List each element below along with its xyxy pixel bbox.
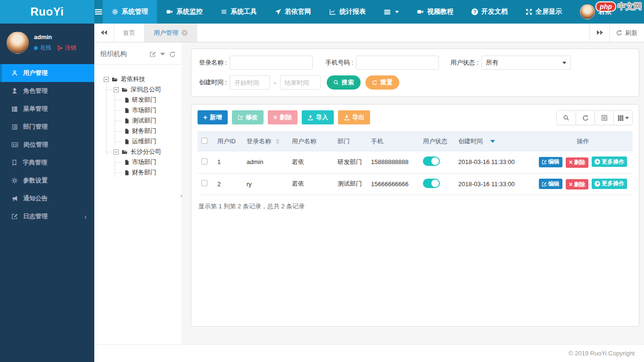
- row-more-button[interactable]: 更多操作: [592, 179, 627, 189]
- row-more-button[interactable]: 更多操作: [592, 156, 627, 167]
- circle-arrow-icon: [594, 181, 600, 187]
- chevron-down-icon[interactable]: [160, 53, 165, 56]
- row-checkbox[interactable]: [201, 180, 207, 186]
- table-row: 1 admin 若依 研发部门 15888888888 2018-03-16 1…: [198, 151, 633, 173]
- row-edit-button[interactable]: 编辑: [539, 179, 562, 189]
- nav-item-official-site[interactable]: 若依官网: [266, 0, 320, 24]
- watermark-text: 中文网: [618, 1, 642, 12]
- app-logo[interactable]: RuoYi: [0, 0, 94, 24]
- sidebar-item-post-manage[interactable]: 岗位管理: [0, 136, 94, 154]
- delete-button[interactable]: 删除: [268, 110, 297, 124]
- phone-input[interactable]: [356, 56, 439, 70]
- edit-icon[interactable]: [149, 51, 156, 58]
- logout-link[interactable]: 注销: [58, 44, 76, 52]
- nav-item-dev-docs[interactable]: 开发文档: [462, 0, 517, 24]
- nav-item-system-monitor[interactable]: 系统监控: [157, 0, 212, 24]
- refresh-icon: [616, 30, 622, 36]
- refresh-table-button[interactable]: [576, 111, 594, 125]
- select-all-checkbox[interactable]: [201, 138, 207, 144]
- status-toggle-on[interactable]: [423, 179, 440, 188]
- add-button[interactable]: 新增: [198, 110, 228, 124]
- tree-node-label[interactable]: 财务部门: [132, 127, 157, 135]
- login-name-input[interactable]: [230, 56, 313, 70]
- tree-node-root[interactable]: 若依科技: [99, 74, 177, 84]
- caret-down-icon: [395, 11, 399, 13]
- user-avatar[interactable]: [7, 32, 29, 54]
- sun-gear-icon: [11, 177, 18, 184]
- tree-node-leaf[interactable]: 运维部门: [99, 136, 177, 147]
- sidebar-item-param-settings[interactable]: 参数设置: [0, 172, 94, 189]
- columns-button[interactable]: [613, 111, 632, 125]
- col-created: 创建时间: [454, 132, 533, 151]
- sidebar-item-label: 通知公告: [23, 194, 48, 203]
- row-delete-label: 删除: [574, 181, 586, 189]
- tree-node-label[interactable]: 长沙分公司: [131, 148, 161, 156]
- nav-item-system-manage[interactable]: 系统管理: [103, 0, 157, 24]
- tree-node-leaf[interactable]: 测试部门: [99, 115, 177, 126]
- detail-view-button[interactable]: [594, 111, 613, 125]
- reset-button[interactable]: 重置: [365, 75, 399, 90]
- panel-collapse-handle[interactable]: ‹: [179, 186, 184, 204]
- nav-item-video-tutorial[interactable]: 视频教程: [408, 0, 462, 24]
- tree-node-label[interactable]: 深圳总公司: [131, 85, 161, 94]
- tree-node-label[interactable]: 市场部门: [132, 158, 157, 166]
- nav-item-statistics[interactable]: 统计报表: [320, 0, 375, 24]
- tree-node-leaf[interactable]: 研发部门: [99, 95, 177, 105]
- refresh-icon[interactable]: [169, 51, 176, 58]
- nav-item-label: 系统监控: [176, 8, 203, 16]
- reset-button-label: 重置: [380, 78, 393, 87]
- tabs-scroll-right-button[interactable]: [589, 24, 609, 42]
- nav-item-fullscreen[interactable]: 全屏显示: [517, 0, 571, 24]
- nav-item-label: 系统管理: [122, 8, 148, 16]
- end-time-input[interactable]: [280, 75, 321, 90]
- sidebar-item-dept-manage[interactable]: 部门管理: [0, 118, 94, 136]
- refresh-tab-button[interactable]: 刷新: [609, 24, 644, 42]
- tabs-scroll-left-button[interactable]: [94, 24, 114, 42]
- tree-collapse-icon[interactable]: [114, 149, 119, 155]
- sidebar-item-log-manage[interactable]: 日志管理 ‹: [0, 207, 94, 225]
- export-button[interactable]: 导出: [338, 110, 370, 124]
- tree-node-label[interactable]: 运维部门: [132, 137, 157, 146]
- row-edit-button[interactable]: 编辑: [539, 157, 562, 167]
- tree-node-branch[interactable]: 长沙分公司: [99, 147, 177, 157]
- row-delete-button[interactable]: 删除: [566, 179, 588, 189]
- show-search-button[interactable]: [557, 111, 576, 125]
- row-delete-button[interactable]: 删除: [566, 157, 588, 168]
- nav-more-menu[interactable]: [375, 0, 408, 24]
- tree-node-label[interactable]: 若依科技: [121, 75, 145, 83]
- tree-node-leaf[interactable]: 财务部门: [99, 126, 177, 136]
- tree-collapse-icon[interactable]: [104, 77, 109, 82]
- php-cn-watermark: php 中文网: [595, 1, 642, 12]
- tree-collapse-icon[interactable]: [114, 87, 119, 92]
- sidebar-item-user-manage[interactable]: 用户管理: [0, 64, 94, 82]
- user-status-value: 所有: [486, 58, 498, 67]
- row-checkbox[interactable]: [201, 158, 207, 165]
- user-status-select[interactable]: 所有: [481, 56, 571, 70]
- search-button[interactable]: 搜索: [327, 75, 361, 90]
- status-toggle-on[interactable]: [423, 156, 440, 166]
- tab-user-manage[interactable]: 用户管理: [145, 24, 197, 42]
- tree-node-branch[interactable]: 深圳总公司: [99, 84, 177, 95]
- sidebar-toggle-button[interactable]: [94, 0, 103, 24]
- file-icon: [124, 139, 130, 145]
- tree-node-label[interactable]: 财务部门: [132, 168, 157, 177]
- sort-desc-icon[interactable]: [490, 140, 495, 143]
- tree-node-label[interactable]: 测试部门: [132, 116, 157, 125]
- tree-node-leaf[interactable]: 市场部门: [99, 105, 177, 115]
- import-button[interactable]: 导入: [302, 110, 334, 124]
- tree-node-label[interactable]: 研发部门: [132, 96, 157, 104]
- tree-node-label[interactable]: 市场部门: [132, 106, 157, 115]
- tree-node-leaf[interactable]: 市场部门: [99, 157, 177, 167]
- nav-item-system-tools[interactable]: 系统工具: [212, 0, 266, 24]
- tab-close-icon[interactable]: [182, 30, 188, 36]
- nav-item-label: 视频教程: [427, 8, 454, 16]
- sidebar-item-role-manage[interactable]: 角色管理: [0, 82, 94, 100]
- tree-node-leaf[interactable]: 财务部门: [99, 167, 177, 178]
- modify-button[interactable]: 修改: [232, 110, 264, 124]
- start-time-input[interactable]: [230, 75, 270, 90]
- sidebar-item-menu-manage[interactable]: 菜单管理: [0, 100, 94, 118]
- tab-home[interactable]: 首页: [114, 24, 145, 42]
- sort-icon[interactable]: [276, 139, 280, 144]
- sidebar-item-dict-manage[interactable]: 字典管理: [0, 154, 94, 172]
- sidebar-item-notice[interactable]: 通知公告: [0, 189, 94, 207]
